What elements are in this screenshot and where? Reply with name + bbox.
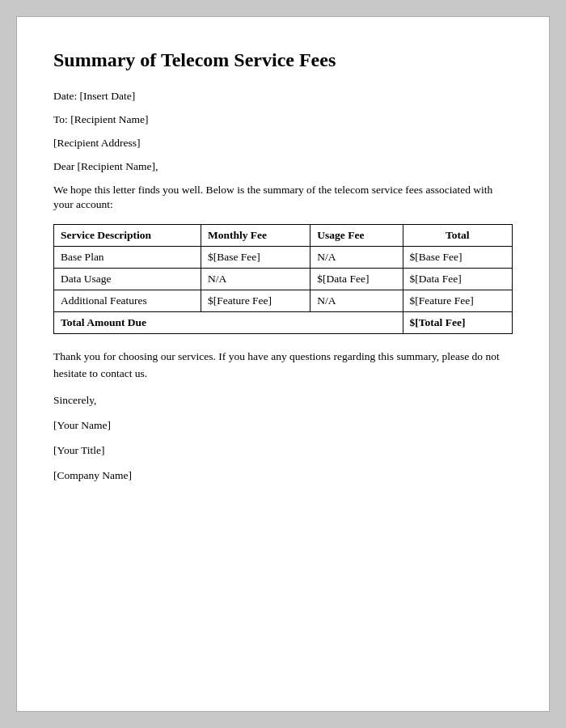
closing-text: Thank you for choosing our services. If …	[53, 349, 513, 382]
col-header-monthly: Monthly Fee	[201, 225, 310, 247]
row2-total: $[Data Fee]	[403, 269, 512, 290]
row1-total: $[Base Fee]	[403, 247, 512, 269]
col-header-usage: Usage Fee	[310, 225, 403, 247]
table-row: Data Usage N/A $[Data Fee] $[Data Fee]	[54, 269, 513, 290]
total-label: Total Amount Due	[54, 312, 403, 334]
row1-usage: N/A	[310, 247, 403, 269]
row3-total: $[Feature Fee]	[403, 290, 512, 312]
table-header-row: Service Description Monthly Fee Usage Fe…	[54, 225, 513, 247]
fee-table: Service Description Monthly Fee Usage Fe…	[53, 224, 513, 334]
table-row: Additional Features $[Feature Fee] N/A $…	[54, 290, 513, 312]
company-name: [Company Name]	[53, 468, 513, 484]
your-title: [Your Title]	[53, 443, 513, 459]
row3-usage: N/A	[310, 290, 403, 312]
table-total-row: Total Amount Due $[Total Fee]	[54, 312, 513, 334]
to-line: To: [Recipient Name]	[53, 112, 513, 128]
your-name: [Your Name]	[53, 418, 513, 434]
address-line: [Recipient Address]	[53, 136, 513, 151]
document-title: Summary of Telecom Service Fees	[53, 49, 513, 71]
row1-monthly: $[Base Fee]	[201, 247, 310, 269]
total-value: $[Total Fee]	[403, 312, 512, 334]
row1-service: Base Plan	[54, 247, 201, 269]
date-line: Date: [Insert Date]	[53, 89, 513, 104]
signature-block: Sincerely, [Your Name] [Your Title] [Com…	[53, 393, 513, 484]
row2-service: Data Usage	[54, 269, 201, 290]
row2-monthly: N/A	[201, 269, 310, 290]
intro-text: We hope this letter finds you well. Belo…	[53, 183, 513, 214]
row3-service: Additional Features	[54, 290, 201, 312]
col-header-service: Service Description	[54, 225, 201, 247]
col-header-total: Total	[403, 225, 512, 247]
row2-usage: $[Data Fee]	[310, 269, 403, 290]
row3-monthly: $[Feature Fee]	[201, 290, 310, 312]
dear-line: Dear [Recipient Name],	[53, 159, 513, 175]
document-container: Summary of Telecom Service Fees Date: [I…	[16, 16, 550, 712]
table-row: Base Plan $[Base Fee] N/A $[Base Fee]	[54, 247, 513, 269]
sincerely-line: Sincerely,	[53, 393, 513, 408]
